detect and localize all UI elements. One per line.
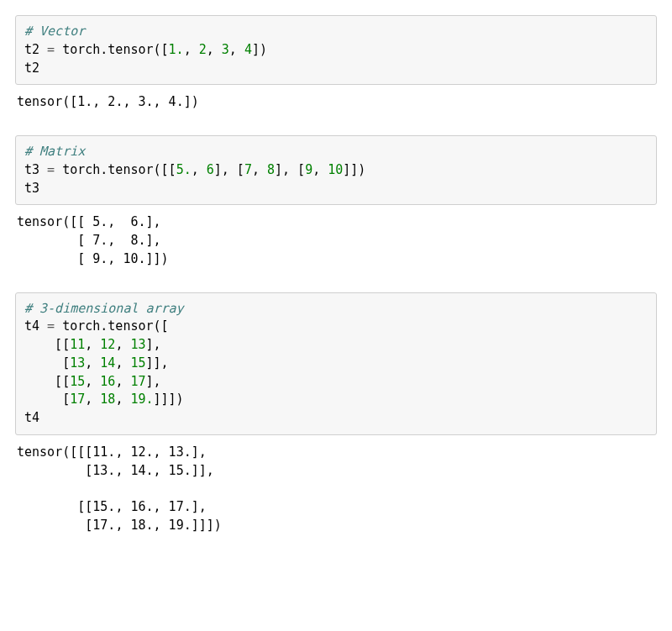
output-cell-1: tensor([1., 2., 3., 4.]) xyxy=(15,88,657,124)
code-content: # 3-dimensional array t4 = torch.tensor(… xyxy=(24,301,184,426)
output-cell-3: tensor([[ 5., 6.], [ 7., 8.], [ 9., 10.]… xyxy=(15,208,657,280)
output-cell-5: tensor([[[11., 12., 13.], [13., 14., 15.… xyxy=(15,439,657,547)
code-cell-4[interactable]: # 3-dimensional array t4 = torch.tensor(… xyxy=(15,292,657,435)
code-cell-0[interactable]: # Vector t2 = torch.tensor([1., 2, 3, 4]… xyxy=(15,15,657,85)
code-cell-2[interactable]: # Matrix t3 = torch.tensor([[5., 6], [7,… xyxy=(15,135,657,205)
notebook-root: # Vector t2 = torch.tensor([1., 2, 3, 4]… xyxy=(15,15,657,547)
code-content: # Vector t2 = torch.tensor([1., 2, 3, 4]… xyxy=(24,24,267,76)
code-content: # Matrix t3 = torch.tensor([[5., 6], [7,… xyxy=(24,144,365,196)
